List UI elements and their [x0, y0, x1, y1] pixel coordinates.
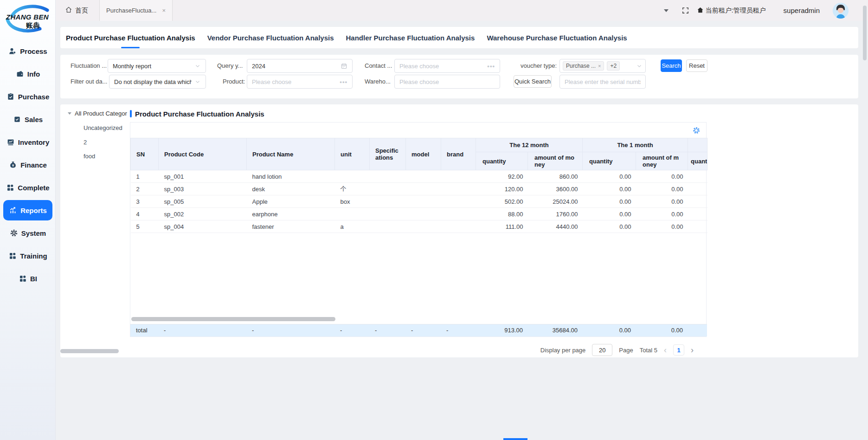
vertical-scrollbar[interactable] — [863, 6, 867, 60]
fluctuation-select[interactable]: Monthly report — [108, 59, 206, 73]
sidebar-item-reports[interactable]: Reports — [3, 200, 52, 220]
table-cell: 1760.00 — [528, 208, 583, 220]
sidebar-item-training[interactable]: Training — [3, 246, 52, 266]
current-page[interactable]: 1 — [673, 344, 684, 356]
grid-icon — [19, 274, 27, 283]
table-cell: 0.00 — [583, 183, 636, 195]
table-cell: sp_005 — [159, 195, 247, 208]
table-cell: 2 — [131, 183, 159, 195]
table-cell: 3600.00 — [528, 183, 583, 195]
sidebar-item-purchase[interactable]: Purchase — [3, 86, 52, 107]
column-header-quantity-12[interactable]: quantity — [476, 152, 528, 170]
topbar-right: 当前租户:管理员租户 superadmin — [664, 3, 868, 19]
table-cell: 0.00 — [583, 208, 636, 220]
user-icon — [8, 47, 17, 55]
product-label: Product: — [223, 78, 245, 85]
column-header-quantity-1[interactable]: quantity — [583, 152, 636, 170]
table-cell — [441, 170, 476, 183]
sidebar-item-label: System — [21, 229, 46, 237]
column-group-partial — [688, 138, 707, 152]
sidebar-item-label: Purchase — [18, 93, 50, 101]
contact-select[interactable]: ••• — [394, 59, 500, 73]
product-select[interactable]: ••• — [247, 75, 353, 89]
search-button[interactable]: Search — [661, 59, 682, 72]
tab-product-purchase-analysis[interactable]: Product Purchase Fluctuation Analysis — [66, 27, 195, 48]
query-year-input[interactable] — [247, 59, 353, 73]
table-row[interactable]: 1 sp_001 hand lotion 92.00 860.00 0.00 0… — [131, 170, 707, 183]
table-cell: 111.00 — [476, 220, 528, 233]
table-toolbar — [130, 123, 706, 138]
reset-button[interactable]: Reset — [686, 59, 707, 72]
filter-out-select[interactable]: Do not display the data which is 0 — [109, 75, 206, 89]
sidebar: ZHANG BEN 账犇 Process Info Purchase Sales… — [0, 0, 56, 440]
page-label: Page — [619, 347, 633, 354]
tag-close-icon[interactable]: × — [598, 63, 601, 69]
sidebar-item-complete[interactable]: Complete — [3, 177, 52, 198]
chevron-down-icon — [194, 63, 201, 69]
column-header-sn[interactable]: SN — [131, 138, 159, 170]
tree-node-all-categories[interactable]: All Product Categor — [68, 110, 127, 117]
breadcrumb-home[interactable]: 首页 — [65, 6, 88, 15]
page-horizontal-scrollbar[interactable] — [60, 349, 119, 353]
tab-vendor-purchase-analysis[interactable]: Vendor Purchase Fluctuation Analysis — [207, 27, 334, 48]
tree-node-food[interactable]: food — [84, 153, 95, 160]
chevron-down-icon — [636, 63, 643, 69]
open-tab[interactable]: PurchaseFluctua... × — [99, 0, 173, 21]
logo: ZHANG BEN 账犇 — [0, 0, 56, 37]
warehouse-select[interactable] — [394, 75, 500, 89]
column-group-1-month: The 1 month — [583, 138, 688, 152]
table-cell — [406, 195, 441, 208]
voucher-type-select[interactable]: Purchase ... × +2 — [559, 59, 646, 73]
sidebar-item-sales[interactable]: Sales — [3, 109, 52, 129]
column-header-product-code[interactable]: Product Code — [159, 138, 247, 170]
bottom-scroll-indicator[interactable] — [503, 438, 527, 440]
table-row[interactable]: 2 sp_003 desk 个 120.00 3600.00 0.00 0.00 — [131, 183, 707, 195]
logo-text-zh: 账犇 — [26, 21, 40, 30]
voucher-tag: Purchase ... × — [563, 61, 604, 71]
tab-handler-purchase-analysis[interactable]: Handler Purchase Fluctuation Analysis — [346, 27, 475, 48]
sidebar-item-process[interactable]: Process — [3, 41, 52, 61]
tab-warehouse-purchase-analysis[interactable]: Warehouse Purchase Fluctuation Analysis — [487, 27, 627, 48]
table-cell — [370, 220, 406, 233]
table-horizontal-scrollbar[interactable] — [131, 317, 335, 321]
column-header-amount-12[interactable]: amount of money — [528, 152, 583, 170]
close-icon[interactable]: × — [162, 7, 166, 14]
next-page-icon[interactable]: › — [691, 346, 694, 354]
table-cell: 120.00 — [476, 183, 528, 195]
quick-search-button[interactable]: Quick Search — [514, 75, 552, 88]
column-header-model[interactable]: model — [406, 138, 441, 170]
sidebar-item-finance[interactable]: ¥ Finance — [3, 155, 52, 175]
avatar[interactable] — [833, 3, 849, 19]
table-cell: hand lotion — [247, 170, 335, 183]
chevron-down-icon[interactable] — [664, 9, 669, 12]
main-content: Product Purchase Fluctuation Analysis Ve… — [56, 21, 868, 440]
page-size-input[interactable] — [592, 344, 612, 356]
column-header-specifications[interactable]: Specifications — [370, 138, 406, 170]
table-row[interactable]: 4 sp_002 earphone 88.00 1760.00 0.00 0.0… — [131, 208, 707, 220]
fullscreen-icon[interactable] — [682, 6, 689, 14]
voucher-more-tag: +2 — [607, 61, 620, 71]
sidebar-item-inventory[interactable]: Inventory — [3, 132, 52, 152]
table-cell: 0.00 — [636, 183, 688, 195]
column-header-brand[interactable]: brand — [441, 138, 476, 170]
prev-page-icon[interactable]: ‹ — [664, 346, 667, 354]
serial-number-input[interactable] — [559, 75, 646, 89]
tree-node-2[interactable]: 2 — [84, 139, 87, 146]
column-header-partial[interactable]: quantity — [688, 152, 707, 170]
money-bag-icon: ¥ — [9, 161, 17, 169]
username[interactable]: superadmin — [784, 6, 820, 14]
sidebar-item-system[interactable]: System — [3, 223, 52, 243]
column-header-amount-1[interactable]: amount of money — [636, 152, 688, 170]
table-row[interactable]: 3 sp_005 Apple box 502.00 25024.00 0.00 … — [131, 195, 707, 208]
note-check-icon — [13, 115, 21, 123]
sidebar-item-bi[interactable]: BI — [3, 268, 52, 289]
column-header-unit[interactable]: unit — [335, 138, 370, 170]
table-row[interactable]: 5 sp_004 fastener a 111.00 4440.00 0.00 … — [131, 220, 707, 233]
table-cell — [441, 183, 476, 195]
sidebar-item-label: Training — [20, 252, 47, 260]
table-settings-icon[interactable] — [692, 126, 701, 136]
tree-node-uncategorized[interactable]: Uncategorized — [84, 124, 122, 131]
home-icon — [65, 6, 72, 15]
column-header-product-name[interactable]: Product Name — [247, 138, 335, 170]
sidebar-item-info[interactable]: Info — [3, 64, 52, 84]
